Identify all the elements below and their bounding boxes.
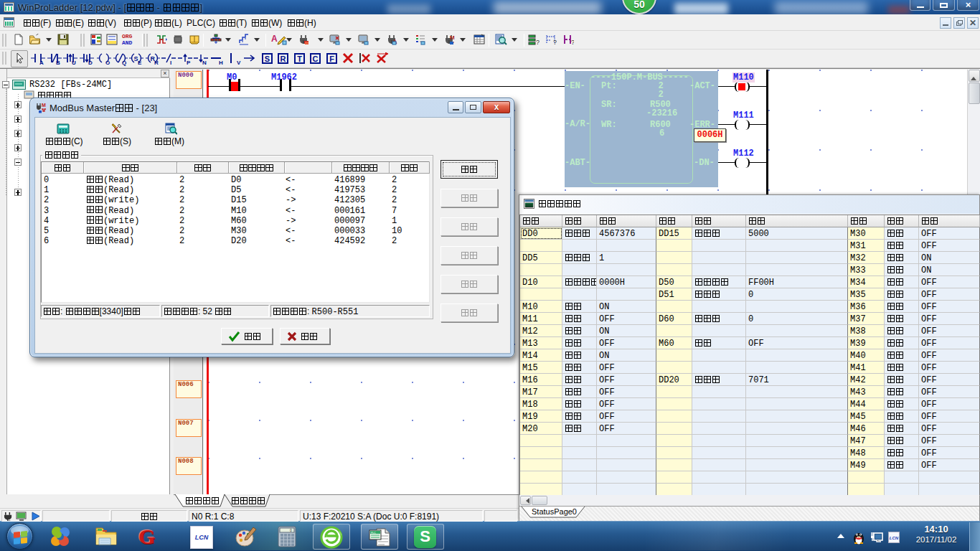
- svg-text:0: 0: [290, 528, 292, 532]
- svg-text:M: M: [450, 34, 455, 41]
- svg-text:?: ?: [553, 39, 557, 45]
- svg-text:PLC: PLC: [371, 532, 376, 534]
- svg-text:?: ?: [536, 39, 540, 45]
- svg-text:?: ?: [571, 39, 574, 45]
- svg-text:M: M: [42, 103, 46, 108]
